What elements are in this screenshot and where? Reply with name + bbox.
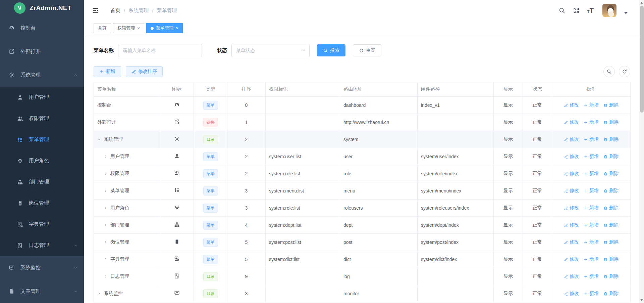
table-row-log[interactable]: 日志管理目录9log显示正常修改新增删除 <box>94 268 631 285</box>
refresh-table-button[interactable] <box>619 66 630 77</box>
search-button[interactable]: 搜索 <box>317 44 345 56</box>
row-edit-link[interactable]: 修改 <box>564 222 579 228</box>
row-edit-link[interactable]: 修改 <box>564 154 579 160</box>
row-delete-link[interactable]: 删除 <box>603 154 619 160</box>
row-edit-link[interactable]: 修改 <box>564 119 579 125</box>
sidebar-item-log[interactable]: 日志管理 <box>0 235 84 256</box>
table-row-menu[interactable]: 菜单管理菜单3system:menu:listmenusystem/menu/i… <box>94 182 631 200</box>
show-search-button[interactable] <box>603 66 615 77</box>
row-delete-link[interactable]: 删除 <box>603 205 619 211</box>
user-avatar[interactable] <box>602 4 616 17</box>
row-edit-link[interactable]: 修改 <box>564 256 579 262</box>
status-select-input[interactable] <box>231 44 310 57</box>
sidebar-item-roleusers[interactable]: 用户角色 <box>0 150 84 171</box>
sidebar-item-article[interactable]: 文章管理 <box>0 279 84 303</box>
row-delete-link[interactable]: 删除 <box>603 188 619 194</box>
close-icon[interactable]: × <box>176 26 178 31</box>
row-delete-link[interactable]: 删除 <box>603 222 619 228</box>
row-delete-link[interactable]: 删除 <box>603 273 619 279</box>
reset-button[interactable]: 重置 <box>353 44 381 56</box>
table-row-dashboard[interactable]: 控制台菜单0dashboardindex_v1显示正常修改新增删除 <box>94 97 631 114</box>
table-row-dept[interactable]: 部门管理菜单4system:dept:listdeptsystem/dept/i… <box>94 217 631 234</box>
row-edit-link[interactable]: 修改 <box>564 171 579 177</box>
ops-cell: 修改新增删除 <box>552 131 631 148</box>
breadcrumb-item[interactable]: 首页 <box>110 7 120 14</box>
tree-cell: 岗位管理 <box>97 239 156 245</box>
page-scrollbar[interactable] <box>639 0 644 303</box>
row-add-link[interactable]: 新增 <box>584 239 599 245</box>
row-add-link[interactable]: 新增 <box>584 291 599 297</box>
robot-icon <box>17 158 23 164</box>
row-edit-link[interactable]: 修改 <box>564 205 579 211</box>
row-add-link[interactable]: 新增 <box>584 256 599 262</box>
tree-cell: 菜单管理 <box>97 188 156 194</box>
scroll-up-icon[interactable] <box>640 2 643 4</box>
visible-cell: 显示 <box>494 131 523 148</box>
table-row-user[interactable]: 用户管理菜单2system:user:listusersystem/user/i… <box>94 148 631 165</box>
row-edit-link[interactable]: 修改 <box>564 102 579 108</box>
sidebar-item-user[interactable]: 用户管理 <box>0 87 84 108</box>
row-add-link[interactable]: 新增 <box>584 205 599 211</box>
row-delete-link[interactable]: 删除 <box>603 171 619 177</box>
sidebar-item-dashboard[interactable]: 控制台 <box>0 16 84 40</box>
sidebar-item-role[interactable]: 权限管理 <box>0 108 84 129</box>
table-row-monitor[interactable]: 系统监控目录3monitor显示正常修改新增删除 <box>94 285 631 302</box>
edit-sort-button[interactable]: 修改排序 <box>126 66 163 77</box>
app-logo[interactable]: V ZrAdmin.NET <box>0 0 84 16</box>
row-delete-link[interactable]: 删除 <box>603 239 619 245</box>
tab-label: 菜单管理 <box>156 25 173 31</box>
search-icon[interactable] <box>558 7 566 14</box>
row-add-link[interactable]: 新增 <box>584 102 599 108</box>
sidebar-item-monitor[interactable]: 系统监控 <box>0 256 84 279</box>
row-add-link[interactable]: 新增 <box>584 188 599 194</box>
row-edit-link[interactable]: 修改 <box>564 136 579 142</box>
menu-name-label: 菜单名称 <box>94 47 114 54</box>
ops-cell: 修改新增删除 <box>552 251 631 268</box>
table-row-post[interactable]: 岗位管理菜单5system:post:listpostsystem/post/i… <box>94 234 631 251</box>
menu-name-input[interactable] <box>118 44 202 57</box>
table-row-roleusers[interactable]: 用户角色菜单3system:role:listroleuserssystem/r… <box>94 200 631 217</box>
table-row-dict[interactable]: 字典管理菜单5system:dict:listdictsystem/dict/i… <box>94 251 631 268</box>
row-delete-link[interactable]: 删除 <box>603 291 619 297</box>
tab-menu[interactable]: 菜单管理× <box>146 23 183 33</box>
sidebar-item-post[interactable]: 岗位管理 <box>0 192 84 214</box>
row-add-link[interactable]: 新增 <box>584 273 599 279</box>
table-row-role[interactable]: 权限管理菜单2system:role:listrolesystem/role/i… <box>94 165 631 182</box>
tab-home[interactable]: 首页 <box>94 23 111 33</box>
action-label: 修改 <box>570 102 579 108</box>
tree-cell: 系统监控 <box>97 291 156 297</box>
row-delete-link[interactable]: 删除 <box>603 119 619 125</box>
sidebar-item-menu[interactable]: 菜单管理 <box>0 129 84 150</box>
row-edit-link[interactable]: 修改 <box>564 239 579 245</box>
row-add-link[interactable]: 新增 <box>584 119 599 125</box>
table-row-system[interactable]: 系统管理目录2system显示正常修改新增删除 <box>94 131 631 148</box>
scrollbar-thumb[interactable] <box>640 6 644 113</box>
sidebar-item-dept[interactable]: 部门管理 <box>0 171 84 192</box>
table-row-external[interactable]: 外部打开链接1http://www.izhaorui.cn显示正常修改新增删除 <box>94 114 631 131</box>
row-delete-link[interactable]: 删除 <box>603 102 619 108</box>
sidebar-item-external[interactable]: 外部打开 <box>0 40 84 63</box>
sidebar-item-system[interactable]: 系统管理 <box>0 63 84 87</box>
close-icon[interactable]: × <box>137 26 140 31</box>
row-edit-link[interactable]: 修改 <box>564 188 579 194</box>
action-label: 修改 <box>570 188 579 194</box>
add-button[interactable]: 新增 <box>94 66 121 77</box>
scroll-down-icon[interactable] <box>640 299 643 301</box>
caret-down-icon[interactable] <box>624 12 628 14</box>
fullscreen-icon[interactable] <box>573 7 580 14</box>
font-size-icon[interactable]: TT <box>587 7 594 14</box>
row-add-link[interactable]: 新增 <box>584 171 599 177</box>
row-add-link[interactable]: 新增 <box>584 222 599 228</box>
menu-fold-icon[interactable] <box>92 7 99 14</box>
row-edit-link[interactable]: 修改 <box>564 291 579 297</box>
chevron-right-icon <box>104 189 108 193</box>
row-add-link[interactable]: 新增 <box>584 136 599 142</box>
tab-role[interactable]: 权限管理× <box>113 23 144 33</box>
row-edit-link[interactable]: 修改 <box>564 273 579 279</box>
row-delete-link[interactable]: 删除 <box>603 256 619 262</box>
status-select[interactable] <box>231 44 310 57</box>
row-add-link[interactable]: 新增 <box>584 154 599 160</box>
menu-name: 部门管理 <box>110 222 129 228</box>
row-delete-link[interactable]: 删除 <box>603 136 619 142</box>
sidebar-item-dict[interactable]: 字典管理 <box>0 214 84 235</box>
